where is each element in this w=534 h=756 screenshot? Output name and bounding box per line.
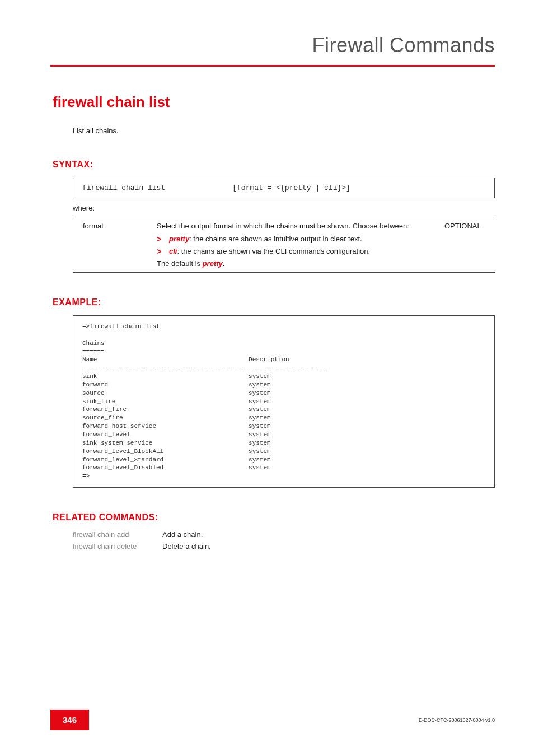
param-bullet-term: cli <box>169 247 177 255</box>
param-table: format Select the output format in which… <box>73 217 495 273</box>
related-table: firewall chain add Add a chain. firewall… <box>73 530 495 550</box>
param-default-suffix: . <box>223 259 225 268</box>
syntax-label: SYNTAX: <box>53 160 495 170</box>
param-required: OPTIONAL <box>444 222 495 268</box>
param-bullet-rest: : the chains are shown via the CLI comma… <box>177 247 370 255</box>
related-cmd: firewall chain delete <box>73 542 162 550</box>
related-label: RELATED COMMANDS: <box>53 512 495 522</box>
example-box: =>firewall chain list Chains ====== Name… <box>73 315 495 488</box>
related-cmd: firewall chain add <box>73 530 162 539</box>
param-desc: Select the output format in which the ch… <box>157 222 444 268</box>
where-label: where: <box>73 204 495 212</box>
page-header: Firewall Commands <box>50 34 495 67</box>
param-default-value: pretty <box>203 259 223 268</box>
syntax-code-right: [format = <{pretty | cli}>] <box>232 184 350 192</box>
param-bullet: > pretty: the chains are shown as intuit… <box>157 235 435 244</box>
param-bullet-rest: : the chains are shown as intuitive outp… <box>189 235 362 243</box>
param-bullet-text: pretty: the chains are shown as intuitiv… <box>169 235 435 244</box>
param-default: The default is pretty. <box>157 259 435 268</box>
related-desc: Add a chain. <box>162 530 203 539</box>
example-label: EXAMPLE: <box>53 297 495 307</box>
chevron-right-icon: > <box>157 235 169 244</box>
related-row: firewall chain add Add a chain. <box>73 530 495 539</box>
intro-text: List all chains. <box>73 127 495 135</box>
doc-id: E-DOC-CTC-20061027-0004 v1.0 <box>419 717 495 723</box>
param-bullet-text: cli: the chains are shown via the CLI co… <box>169 247 435 256</box>
page-number: 346 <box>50 710 89 730</box>
param-bullet: > cli: the chains are shown via the CLI … <box>157 247 435 256</box>
param-default-prefix: The default is <box>157 259 203 268</box>
related-row: firewall chain delete Delete a chain. <box>73 542 495 550</box>
related-desc: Delete a chain. <box>162 542 211 550</box>
page-footer: 346 E-DOC-CTC-20061027-0004 v1.0 <box>50 710 495 730</box>
syntax-box: firewall chain list[format = <{pretty | … <box>73 178 495 198</box>
page: Firewall Commands firewall chain list Li… <box>0 0 534 756</box>
param-name: format <box>73 222 157 268</box>
param-desc-intro: Select the output format in which the ch… <box>157 222 435 230</box>
syntax-code-left: firewall chain list <box>82 184 165 192</box>
param-bullet-term: pretty <box>169 235 189 243</box>
chevron-right-icon: > <box>157 247 169 256</box>
page-title: firewall chain list <box>53 94 495 111</box>
